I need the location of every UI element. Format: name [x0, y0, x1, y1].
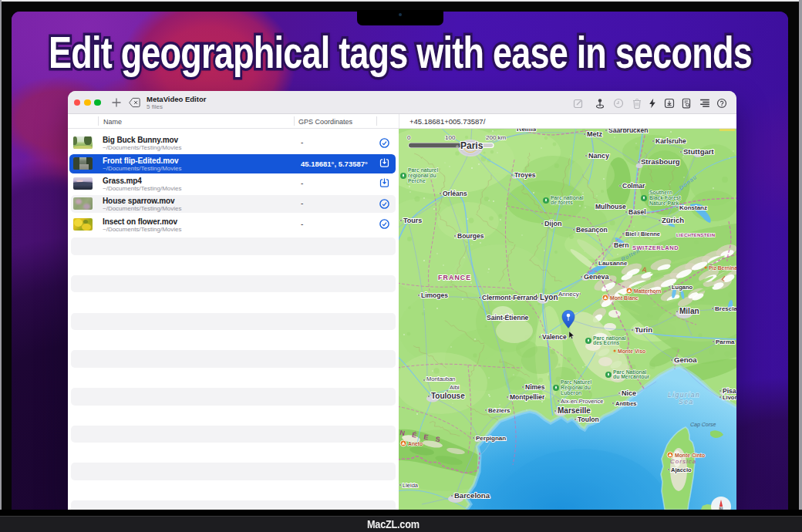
svg-text:Saint-Étienne: Saint-Étienne: [487, 314, 529, 322]
svg-text:Bern: Bern: [614, 241, 628, 249]
svg-text:Nice: Nice: [622, 389, 636, 397]
svg-text:Genoa: Genoa: [674, 355, 697, 364]
svg-text:Perche: Perche: [408, 178, 426, 184]
svg-text:Toulon: Toulon: [578, 416, 599, 423]
svg-text:Colmar: Colmar: [622, 182, 645, 190]
svg-text:Barcelona: Barcelona: [454, 491, 490, 500]
svg-text:Biel / Bienne: Biel / Bienne: [625, 231, 660, 237]
svg-text:Annecy: Annecy: [558, 291, 579, 298]
svg-text:Geneva: Geneva: [584, 273, 610, 281]
svg-text:200 km: 200 km: [486, 134, 507, 141]
svg-text:Saarbrucken: Saarbrucken: [608, 129, 649, 134]
svg-text:des Ecrins: des Ecrins: [593, 340, 620, 345]
svg-text:Valence: Valence: [542, 333, 567, 341]
svg-text:Cap Corse: Cap Corse: [690, 422, 716, 428]
svg-text:Paris: Paris: [460, 140, 484, 151]
svg-text:Milan: Milan: [679, 307, 699, 315]
svg-text:Karlsruhe: Karlsruhe: [655, 137, 686, 145]
svg-text:Lugano: Lugano: [672, 284, 692, 291]
svg-text:Parma: Parma: [716, 338, 735, 345]
svg-text:LIECHTENSTEIN: LIECHTENSTEIN: [676, 233, 715, 237]
svg-text:Limoges: Limoges: [421, 291, 448, 299]
svg-text:Monte Viso: Monte Viso: [618, 348, 645, 354]
svg-text:Albi: Albi: [450, 384, 460, 391]
svg-text:Ajaccio: Ajaccio: [671, 466, 692, 473]
svg-text:Monte Cinto: Monte Cinto: [675, 453, 705, 458]
svg-text:Marseille: Marseille: [558, 406, 591, 415]
svg-text:Clermont-Ferrand: Clermont-Ferrand: [482, 294, 537, 301]
svg-text:Troyes: Troyes: [514, 171, 536, 179]
svg-text:Aix-en-Provence: Aix-en-Provence: [561, 398, 603, 405]
svg-text:du Mercantour: du Mercantour: [613, 374, 650, 379]
svg-text:Nature Park: Nature Park: [649, 200, 679, 206]
svg-text:de forêts: de forêts: [551, 200, 573, 205]
svg-text:Turin: Turin: [635, 325, 652, 334]
svg-text:Béziers: Béziers: [488, 407, 511, 414]
svg-text:Mont Blanc: Mont Blanc: [610, 295, 639, 301]
svg-text:Livorno: Livorno: [723, 394, 736, 401]
svg-text:Toulouse: Toulouse: [431, 392, 465, 400]
svg-text:Konstanz: Konstanz: [679, 204, 707, 211]
svg-text:Matterhorn: Matterhorn: [634, 288, 662, 294]
svg-text:Reims: Reims: [517, 129, 537, 133]
svg-text:Zürich: Zürich: [662, 216, 684, 224]
svg-text:Mulhouse: Mulhouse: [595, 203, 626, 210]
svg-text:Aneto: Aneto: [408, 441, 423, 446]
svg-text:FRANCE: FRANCE: [438, 274, 471, 281]
svg-text:Dijon: Dijon: [544, 220, 562, 227]
svg-text:Sea: Sea: [679, 398, 694, 406]
svg-text:Piz Bernina: Piz Bernina: [709, 265, 736, 271]
svg-text:Lleida: Lleida: [403, 482, 419, 489]
svg-text:100: 100: [445, 134, 456, 141]
svg-text:Orléans: Orléans: [443, 190, 467, 197]
svg-text:Tours: Tours: [403, 217, 422, 224]
svg-text:Luberon: Luberon: [561, 390, 581, 396]
svg-text:Strasbourg: Strasbourg: [641, 157, 680, 166]
svg-text:Basel: Basel: [628, 208, 646, 216]
svg-text:Besançon: Besançon: [576, 226, 608, 234]
svg-text:Brescia: Brescia: [715, 305, 736, 312]
svg-text:0: 0: [407, 134, 411, 141]
svg-text:Metz: Metz: [587, 130, 602, 138]
svg-text:Corsica: Corsica: [670, 458, 696, 465]
svg-text:Stuttgart: Stuttgart: [683, 147, 714, 156]
svg-text:Perpignan: Perpignan: [476, 435, 506, 442]
svg-text:Montpellier: Montpellier: [510, 393, 545, 401]
svg-text:Bourges: Bourges: [457, 232, 484, 240]
svg-text:Nîmes: Nîmes: [525, 383, 545, 391]
svg-text:Nancy: Nancy: [588, 152, 609, 160]
svg-text:Antibes: Antibes: [615, 400, 637, 407]
svg-text:Montauban: Montauban: [426, 375, 456, 382]
svg-text:Lyon: Lyon: [540, 293, 558, 301]
